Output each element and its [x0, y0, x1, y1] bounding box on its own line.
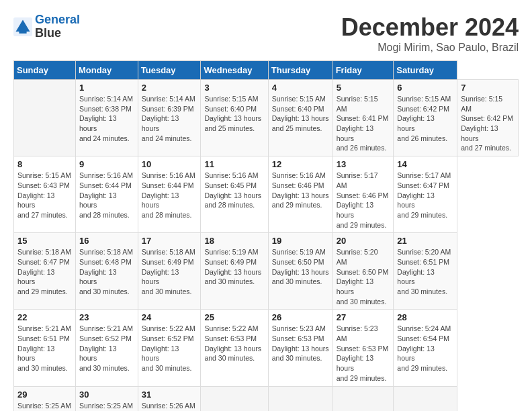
calendar-cell: 8Sunrise: 5:15 AMSunset: 6:43 PMDaylight…	[14, 156, 76, 233]
day-info: Sunrise: 5:17 AMSunset: 6:47 PMDaylight:…	[397, 171, 453, 220]
location-subtitle: Mogi Mirim, Sao Paulo, Brazil	[341, 42, 519, 54]
day-number: 9	[79, 159, 134, 169]
calendar-cell: 3Sunrise: 5:15 AMSunset: 6:40 PMDaylight…	[201, 80, 268, 156]
calendar-cell: 7Sunrise: 5:15 AMSunset: 6:42 PMDaylight…	[457, 80, 519, 156]
calendar-cell: 26Sunrise: 5:23 AMSunset: 6:53 PMDayligh…	[268, 310, 332, 386]
day-number: 19	[272, 236, 329, 246]
day-number: 10	[142, 159, 197, 169]
logo-text: General Blue	[35, 13, 80, 40]
header-monday: Monday	[76, 61, 138, 80]
calendar-cell: 21Sunrise: 5:20 AMSunset: 6:51 PMDayligh…	[394, 233, 457, 310]
logo-line2: Blue	[35, 27, 80, 40]
day-info: Sunrise: 5:25 AMSunset: 6:54 PMDaylight:…	[79, 401, 134, 412]
calendar-cell: 30Sunrise: 5:25 AMSunset: 6:54 PMDayligh…	[76, 386, 138, 411]
day-info: Sunrise: 5:22 AMSunset: 6:52 PMDaylight:…	[142, 324, 197, 373]
day-number: 25	[204, 312, 264, 322]
day-number: 21	[397, 236, 453, 246]
header-sunday: Sunday	[14, 61, 76, 80]
day-info: Sunrise: 5:17 AMSunset: 6:46 PMDaylight:…	[337, 171, 390, 230]
calendar-cell: 9Sunrise: 5:16 AMSunset: 6:44 PMDaylight…	[76, 156, 138, 233]
calendar-cell: 4Sunrise: 5:15 AMSunset: 6:40 PMDaylight…	[268, 80, 332, 156]
calendar-cell: 20Sunrise: 5:20 AMSunset: 6:50 PMDayligh…	[332, 233, 394, 310]
calendar-cell: 14Sunrise: 5:17 AMSunset: 6:47 PMDayligh…	[394, 156, 457, 233]
day-number: 12	[272, 159, 329, 169]
calendar-table: SundayMondayTuesdayWednesdayThursdayFrid…	[13, 60, 519, 411]
day-info: Sunrise: 5:23 AMSunset: 6:53 PMDaylight:…	[337, 324, 390, 383]
day-number: 7	[461, 83, 515, 93]
logo-icon	[13, 17, 32, 36]
day-number: 26	[272, 312, 329, 322]
calendar-cell	[14, 80, 76, 156]
calendar-cell: 23Sunrise: 5:21 AMSunset: 6:52 PMDayligh…	[76, 310, 138, 386]
day-number: 31	[142, 390, 197, 400]
calendar-cell: 6Sunrise: 5:15 AMSunset: 6:42 PMDaylight…	[394, 80, 457, 156]
day-number: 15	[17, 236, 72, 246]
calendar-cell: 28Sunrise: 5:24 AMSunset: 6:54 PMDayligh…	[394, 310, 457, 386]
calendar-cell: 18Sunrise: 5:19 AMSunset: 6:49 PMDayligh…	[201, 233, 268, 310]
day-info: Sunrise: 5:18 AMSunset: 6:47 PMDaylight:…	[17, 247, 72, 296]
day-number: 23	[79, 312, 134, 322]
calendar-cell: 16Sunrise: 5:18 AMSunset: 6:48 PMDayligh…	[76, 233, 138, 310]
day-info: Sunrise: 5:16 AMSunset: 6:45 PMDaylight:…	[204, 171, 264, 210]
calendar-cell: 15Sunrise: 5:18 AMSunset: 6:47 PMDayligh…	[14, 233, 76, 310]
day-info: Sunrise: 5:15 AMSunset: 6:43 PMDaylight:…	[17, 171, 72, 220]
calendar-week-3: 15Sunrise: 5:18 AMSunset: 6:47 PMDayligh…	[14, 233, 519, 310]
header-saturday: Saturday	[394, 61, 457, 80]
day-info: Sunrise: 5:14 AMSunset: 6:38 PMDaylight:…	[79, 94, 134, 143]
day-number: 29	[17, 390, 72, 400]
calendar-cell: 31Sunrise: 5:26 AMSunset: 6:55 PMDayligh…	[138, 386, 201, 411]
title-block: December 2024 Mogi Mirim, Sao Paulo, Bra…	[341, 13, 519, 54]
calendar-cell: 29Sunrise: 5:25 AMSunset: 6:54 PMDayligh…	[14, 386, 76, 411]
day-info: Sunrise: 5:15 AMSunset: 6:42 PMDaylight:…	[461, 94, 515, 153]
day-info: Sunrise: 5:16 AMSunset: 6:44 PMDaylight:…	[142, 171, 197, 220]
month-title: December 2024	[341, 13, 519, 42]
day-number: 13	[337, 159, 390, 169]
day-info: Sunrise: 5:18 AMSunset: 6:49 PMDaylight:…	[142, 247, 197, 296]
day-number: 11	[204, 159, 264, 169]
header-wednesday: Wednesday	[201, 61, 268, 80]
day-number: 1	[79, 83, 134, 93]
day-number: 17	[142, 236, 197, 246]
day-number: 8	[17, 159, 72, 169]
calendar-cell: 25Sunrise: 5:22 AMSunset: 6:53 PMDayligh…	[201, 310, 268, 386]
calendar-cell	[268, 386, 332, 411]
calendar-cell: 12Sunrise: 5:16 AMSunset: 6:46 PMDayligh…	[268, 156, 332, 233]
day-number: 24	[142, 312, 197, 322]
day-info: Sunrise: 5:15 AMSunset: 6:41 PMDaylight:…	[337, 94, 390, 153]
calendar-cell: 10Sunrise: 5:16 AMSunset: 6:44 PMDayligh…	[138, 156, 201, 233]
calendar-cell: 13Sunrise: 5:17 AMSunset: 6:46 PMDayligh…	[332, 156, 394, 233]
day-info: Sunrise: 5:20 AMSunset: 6:51 PMDaylight:…	[397, 247, 453, 296]
day-number: 4	[272, 83, 329, 93]
logo: General Blue	[13, 13, 80, 40]
day-info: Sunrise: 5:18 AMSunset: 6:48 PMDaylight:…	[79, 247, 134, 296]
day-info: Sunrise: 5:19 AMSunset: 6:49 PMDaylight:…	[204, 247, 264, 287]
day-info: Sunrise: 5:23 AMSunset: 6:53 PMDaylight:…	[272, 324, 329, 363]
day-number: 6	[397, 83, 453, 93]
day-number: 30	[79, 390, 134, 400]
day-info: Sunrise: 5:15 AMSunset: 6:40 PMDaylight:…	[272, 94, 329, 134]
calendar-cell: 24Sunrise: 5:22 AMSunset: 6:52 PMDayligh…	[138, 310, 201, 386]
calendar-cell: 5Sunrise: 5:15 AMSunset: 6:41 PMDaylight…	[332, 80, 394, 156]
day-number: 14	[397, 159, 453, 169]
calendar-cell	[332, 386, 394, 411]
day-number: 27	[337, 312, 390, 322]
header-tuesday: Tuesday	[138, 61, 201, 80]
day-info: Sunrise: 5:22 AMSunset: 6:53 PMDaylight:…	[204, 324, 264, 363]
day-number: 3	[204, 83, 264, 93]
calendar-cell: 27Sunrise: 5:23 AMSunset: 6:53 PMDayligh…	[332, 310, 394, 386]
day-info: Sunrise: 5:15 AMSunset: 6:42 PMDaylight:…	[397, 94, 453, 143]
calendar-week-4: 22Sunrise: 5:21 AMSunset: 6:51 PMDayligh…	[14, 310, 519, 386]
day-number: 5	[337, 83, 390, 93]
calendar-header-row: SundayMondayTuesdayWednesdayThursdayFrid…	[14, 61, 519, 80]
header-friday: Friday	[332, 61, 394, 80]
day-info: Sunrise: 5:16 AMSunset: 6:46 PMDaylight:…	[272, 171, 329, 210]
day-number: 18	[204, 236, 264, 246]
svg-rect-2	[19, 30, 26, 33]
day-info: Sunrise: 5:14 AMSunset: 6:39 PMDaylight:…	[142, 94, 197, 143]
calendar-week-1: 1Sunrise: 5:14 AMSunset: 6:38 PMDaylight…	[14, 80, 519, 156]
calendar-cell	[394, 386, 457, 411]
calendar-cell: 19Sunrise: 5:19 AMSunset: 6:50 PMDayligh…	[268, 233, 332, 310]
calendar-week-5: 29Sunrise: 5:25 AMSunset: 6:54 PMDayligh…	[14, 386, 519, 411]
calendar-cell: 17Sunrise: 5:18 AMSunset: 6:49 PMDayligh…	[138, 233, 201, 310]
calendar-week-2: 8Sunrise: 5:15 AMSunset: 6:43 PMDaylight…	[14, 156, 519, 233]
